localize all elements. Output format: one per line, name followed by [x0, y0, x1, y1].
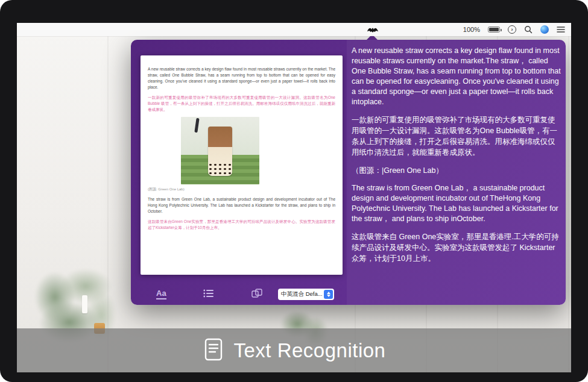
recognized-paragraph-zh-1: 一款新的可重复使用的吸管弥补了市场现有的大多数可重复使用吸管的一大设计漏洞。这款… — [352, 114, 561, 158]
select-stepper-icon — [324, 290, 333, 299]
wallpaper-candle — [82, 295, 87, 313]
source-document-preview[interactable]: A new reusable straw corrects a key desi… — [141, 55, 343, 275]
doc-paragraph-en-2: The straw is from Green One Lab, a susta… — [148, 196, 335, 214]
caption-bar: Text Recognition — [17, 328, 571, 372]
copy-pages-button[interactable] — [251, 289, 262, 299]
doc-paragraph-zh-1: 一款新的可重复使用的吸管弥补了市场现有的大多数可重复使用吸管的一大设计漏洞。这款… — [148, 95, 335, 113]
battery-percentage: 100% — [463, 26, 480, 33]
doc-paragraph-zh-2: 这款吸管来自Green One实验室，那里是香港理工大学的可持续产品设计及研发中… — [148, 219, 335, 231]
menu-bar: 100% › — [17, 23, 571, 36]
bubble-tea-photo — [181, 117, 259, 184]
desktop-wallpaper: 100% › A new reusable straw corrects a k… — [17, 23, 571, 372]
recognized-paragraph-en-2: The straw is from Green One Lab， a susta… — [352, 183, 561, 224]
recognized-paragraph-zh-2: 这款吸管来自 Green One实验室，那里是香港理.工大学的可持续产品设计及研… — [352, 231, 561, 264]
cup-tea-layer — [208, 127, 232, 147]
globe-icon[interactable] — [540, 25, 549, 34]
search-icon[interactable] — [524, 25, 533, 34]
caption-title: Text Recognition — [234, 339, 386, 362]
text-recognition-icon — [203, 337, 224, 365]
font-settings-button[interactable]: Aa — [156, 289, 166, 299]
device-frame: 100% › A new reusable straw corrects a k… — [0, 0, 588, 382]
bat-app-icon[interactable] — [367, 25, 379, 34]
ocr-popover-window: A new reusable straw corrects a key desi… — [131, 40, 566, 305]
circle-chevron-icon[interactable]: › — [508, 25, 516, 34]
list-view-button[interactable] — [203, 289, 214, 299]
battery-icon — [488, 27, 500, 33]
menu-list-icon[interactable] — [557, 26, 565, 33]
recognized-photo-caption: （图源：|Green One Lab） — [352, 165, 561, 176]
language-mode-value: 中英混合 Defa... — [278, 290, 323, 298]
language-mode-select[interactable]: 中英混合 Defa... — [278, 289, 334, 300]
doc-photo-caption: (图源: Green One Lab) — [148, 186, 335, 192]
bubble-tea-cup — [208, 127, 232, 176]
doc-paragraph-en-1: A new reusable straw corrects a key desi… — [148, 66, 335, 90]
cup-milk-layer — [208, 147, 232, 176]
recognized-paragraph-en-1: A new reusable straw corrects a key desi… — [352, 46, 561, 107]
recognized-text-pane[interactable]: A new reusable straw corrects a key desi… — [352, 46, 561, 287]
cup-tapioca-pearls — [208, 163, 232, 176]
